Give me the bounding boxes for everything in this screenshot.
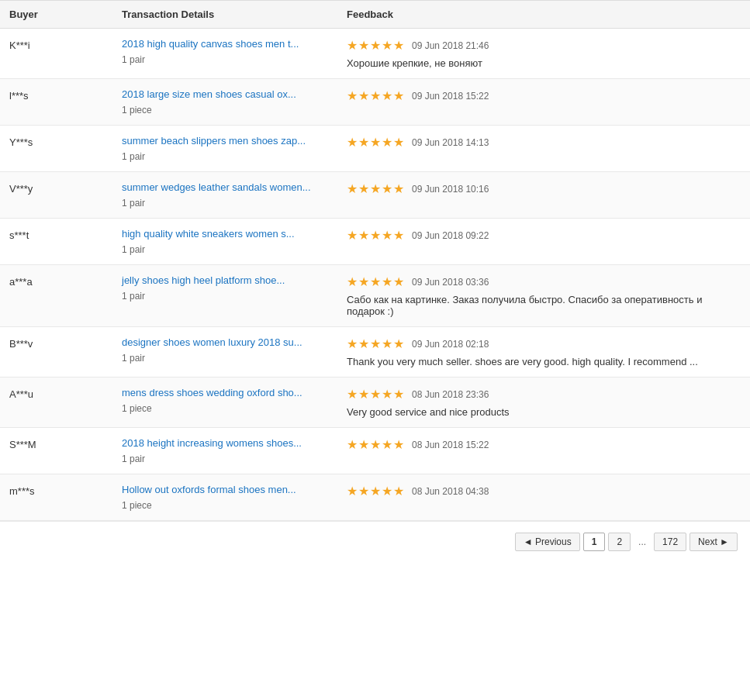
star-icon: ★	[370, 38, 381, 53]
star-icon: ★	[358, 181, 369, 196]
star-rating: ★★★★★	[347, 437, 404, 452]
transaction-link[interactable]: mens dress shoes wedding oxford sho...	[122, 387, 339, 398]
transaction-cell: 2018 large size men shoes casual ox... 1…	[122, 88, 347, 116]
page-2-button[interactable]: 2	[608, 533, 631, 551]
star-icon: ★	[382, 38, 392, 53]
quantity: 1 piece	[122, 500, 339, 511]
star-icon: ★	[347, 274, 358, 289]
feedback-cell: ★★★★★ 09 Jun 2018 09:22	[347, 228, 741, 243]
table-row: K***i 2018 high quality canvas shoes men…	[0, 29, 750, 79]
page-ellipsis: ...	[634, 533, 651, 550]
transaction-link[interactable]: summer beach slippers men shoes zap...	[122, 135, 339, 147]
feedback-top: ★★★★★ 09 Jun 2018 03:36	[347, 274, 741, 289]
table-row: s***t high quality white sneakers women …	[0, 219, 750, 265]
prev-button[interactable]: ◄ Previous	[515, 533, 580, 551]
feedback-date: 09 Jun 2018 02:18	[412, 339, 489, 350]
feedback-top: ★★★★★ 09 Jun 2018 21:46	[347, 38, 741, 53]
feedback-top: ★★★★★ 09 Jun 2018 10:16	[347, 181, 741, 196]
transaction-link[interactable]: Hollow out oxfords formal shoes men...	[122, 484, 339, 495]
star-icon: ★	[347, 228, 358, 243]
feedback-cell: ★★★★★ 09 Jun 2018 10:16	[347, 181, 741, 196]
buyer-name: s***t	[9, 228, 122, 241]
table-row: m***s Hollow out oxfords formal shoes me…	[0, 474, 750, 521]
feedback-text: Сабо как на картинке. Заказ получила быс…	[347, 294, 741, 317]
star-icon: ★	[393, 484, 404, 498]
star-icon: ★	[393, 181, 404, 196]
star-icon: ★	[358, 135, 369, 150]
star-rating: ★★★★★	[347, 228, 404, 243]
transaction-cell: jelly shoes high heel platform shoe... 1…	[122, 274, 347, 302]
star-icon: ★	[382, 336, 392, 351]
quantity: 1 pair	[122, 353, 339, 364]
quantity: 1 pair	[122, 453, 339, 464]
transaction-cell: summer beach slippers men shoes zap... 1…	[122, 135, 347, 162]
transaction-link[interactable]: designer shoes women luxury 2018 su...	[122, 336, 339, 348]
feedback-date: 09 Jun 2018 10:16	[412, 184, 489, 195]
feedback-date: 09 Jun 2018 03:36	[412, 277, 489, 288]
star-icon: ★	[347, 437, 358, 452]
star-icon: ★	[358, 484, 369, 498]
table-row: A***u mens dress shoes wedding oxford sh…	[0, 378, 750, 428]
table-row: V***y summer wedges leather sandals wome…	[0, 172, 750, 219]
star-rating: ★★★★★	[347, 38, 404, 53]
feedback-cell: ★★★★★ 08 Jun 2018 15:22	[347, 437, 741, 452]
star-icon: ★	[347, 181, 358, 196]
transaction-link[interactable]: 2018 high quality canvas shoes men t...	[122, 38, 339, 50]
transaction-link[interactable]: 2018 large size men shoes casual ox...	[122, 88, 339, 100]
feedback-top: ★★★★★ 08 Jun 2018 23:36	[347, 387, 741, 402]
transaction-cell: 2018 height increasing womens shoes... 1…	[122, 437, 347, 464]
feedback-date: 08 Jun 2018 23:36	[412, 389, 489, 400]
feedback-cell: ★★★★★ 08 Jun 2018 23:36 Very good servic…	[347, 387, 741, 418]
feedback-top: ★★★★★ 09 Jun 2018 14:13	[347, 135, 741, 150]
star-icon: ★	[393, 274, 404, 289]
transaction-link[interactable]: high quality white sneakers women s...	[122, 228, 339, 240]
quantity: 1 pair	[122, 244, 339, 255]
table-row: S***M 2018 height increasing womens shoe…	[0, 428, 750, 474]
star-icon: ★	[393, 135, 404, 150]
feedback-date: 09 Jun 2018 15:22	[412, 91, 489, 102]
page-172-button[interactable]: 172	[654, 533, 686, 551]
star-icon: ★	[382, 437, 392, 452]
page-1-button[interactable]: 1	[583, 533, 606, 551]
star-rating: ★★★★★	[347, 88, 404, 103]
col-buyer-header: Buyer	[9, 9, 122, 20]
star-icon: ★	[393, 336, 404, 351]
next-button[interactable]: Next ►	[690, 533, 738, 551]
transaction-link[interactable]: 2018 height increasing womens shoes...	[122, 437, 339, 449]
star-icon: ★	[393, 437, 404, 452]
star-icon: ★	[347, 135, 358, 150]
buyer-name: l***s	[9, 88, 122, 102]
star-icon: ★	[382, 387, 392, 402]
transaction-cell: 2018 high quality canvas shoes men t... …	[122, 38, 347, 65]
feedback-date: 08 Jun 2018 15:22	[412, 440, 489, 450]
buyer-name: m***s	[9, 484, 122, 497]
transaction-link[interactable]: summer wedges leather sandals women...	[122, 181, 339, 193]
star-icon: ★	[393, 228, 404, 243]
feedback-top: ★★★★★ 09 Jun 2018 09:22	[347, 228, 741, 243]
transaction-cell: mens dress shoes wedding oxford sho... 1…	[122, 387, 347, 414]
quantity: 1 pair	[122, 54, 339, 65]
star-rating: ★★★★★	[347, 484, 404, 498]
transaction-cell: high quality white sneakers women s... 1…	[122, 228, 347, 255]
feedback-cell: ★★★★★ 09 Jun 2018 03:36 Сабо как на карт…	[347, 274, 741, 317]
table-body: K***i 2018 high quality canvas shoes men…	[0, 29, 750, 521]
star-icon: ★	[358, 274, 369, 289]
feedback-date: 09 Jun 2018 14:13	[412, 137, 489, 148]
star-icon: ★	[370, 484, 381, 498]
buyer-name: Y***s	[9, 135, 122, 148]
quantity: 1 piece	[122, 403, 339, 414]
pagination: ◄ Previous 1 2 ... 172 Next ►	[0, 521, 750, 562]
transaction-cell: summer wedges leather sandals women... 1…	[122, 181, 347, 209]
feedback-top: ★★★★★ 08 Jun 2018 15:22	[347, 437, 741, 452]
star-icon: ★	[370, 88, 381, 103]
transaction-cell: designer shoes women luxury 2018 su... 1…	[122, 336, 347, 364]
buyer-name: K***i	[9, 38, 122, 51]
buyer-name: A***u	[9, 387, 122, 400]
star-icon: ★	[393, 88, 404, 103]
buyer-name: V***y	[9, 181, 122, 195]
star-icon: ★	[347, 38, 358, 53]
star-icon: ★	[358, 387, 369, 402]
star-icon: ★	[370, 387, 381, 402]
transaction-link[interactable]: jelly shoes high heel platform shoe...	[122, 274, 339, 286]
table-row: B***v designer shoes women luxury 2018 s…	[0, 327, 750, 378]
